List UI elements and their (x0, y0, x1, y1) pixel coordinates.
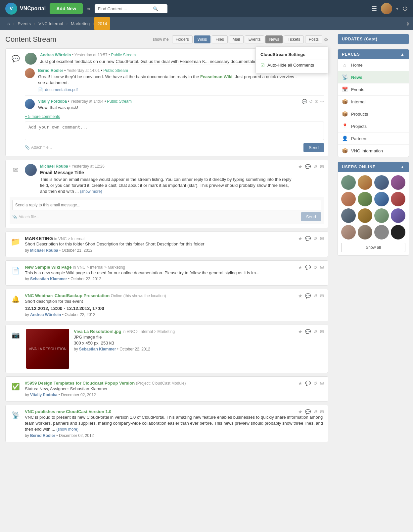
power-icon[interactable]: ⏻ (402, 6, 408, 12)
search-input[interactable] (98, 6, 151, 11)
v-edit-icon[interactable]: ✏ (320, 99, 324, 111)
user-thumb-13[interactable] (341, 225, 356, 239)
breadcrumb-2014[interactable]: 2014 (94, 17, 110, 30)
ticket-star-icon[interactable]: ★ (298, 381, 302, 386)
star-icon[interactable]: ★ (298, 164, 302, 169)
more-comments-link[interactable]: + 5 more comments (25, 114, 60, 119)
sidebar-item-events[interactable]: 📅 Events (338, 83, 409, 96)
user-thumb-1[interactable] (341, 175, 356, 190)
dropdown-auto-hide[interactable]: ☑ Auto-Hide all Comments (256, 60, 328, 71)
doc-link[interactable]: documentation.pdf (45, 87, 78, 92)
news1-title[interactable]: VNC publishes new CloudCast Version 1.0 (25, 409, 112, 414)
user-thumb-12[interactable] (391, 208, 405, 223)
event1-author-link[interactable]: Andrea Wörrlein (30, 312, 61, 317)
folder-mail-icon[interactable]: ✉ (320, 236, 324, 241)
photo-star-icon[interactable]: ★ (298, 329, 302, 334)
ticket-comment-icon[interactable]: 💬 (305, 381, 311, 386)
user-thumb-11[interactable] (374, 208, 389, 223)
event1-title[interactable]: VNC Webinar: CloudBackup Presentation (25, 293, 110, 298)
news-mail-icon[interactable]: ✉ (320, 409, 324, 414)
user-thumb-9[interactable] (341, 208, 356, 223)
folder1-author-link[interactable]: Michael Rouba (30, 248, 58, 253)
menu-icon[interactable]: ☰ (372, 5, 377, 12)
tab-tickets[interactable]: Tickets (284, 35, 304, 43)
user-thumb-14[interactable] (358, 225, 372, 239)
event-mail-icon[interactable]: ✉ (320, 293, 324, 298)
sidebar-item-projects[interactable]: 📍 Projects (338, 120, 409, 133)
email-send-button[interactable]: Send (301, 212, 321, 221)
tab-news[interactable]: News (265, 35, 283, 43)
news1-author-link[interactable]: Bernd Rodler (30, 433, 55, 438)
email1-show-more[interactable]: (show more) (80, 189, 102, 194)
breadcrumb-events[interactable]: Events (14, 17, 34, 30)
user-dropdown-chevron[interactable]: ▾ (396, 6, 398, 11)
news-star-icon[interactable]: ★ (298, 409, 302, 414)
user-thumb-3[interactable] (374, 175, 389, 190)
user-thumb-15[interactable] (374, 225, 389, 239)
ticket-share-icon[interactable]: ↺ (313, 381, 317, 386)
user-thumb-5[interactable] (341, 192, 356, 206)
breadcrumb-marketing[interactable]: Marketing (68, 17, 93, 30)
add-new-button[interactable]: Add New (50, 3, 83, 14)
news-share-icon[interactable]: ↺ (313, 409, 317, 414)
ticket1-author-link[interactable]: Vitaliy Podoba (30, 393, 57, 397)
breadcrumb-vnc-internal[interactable]: VNC Internal (35, 17, 66, 30)
user-thumb-10[interactable] (358, 208, 372, 223)
tab-events[interactable]: Events (245, 35, 264, 43)
event-comment-icon[interactable]: 💬 (305, 293, 311, 298)
folder-share-icon[interactable]: ↺ (313, 236, 317, 241)
wiki1-author-link[interactable]: Sebastian Klammer (30, 277, 67, 281)
send-button[interactable]: Send (303, 143, 324, 152)
event-star-icon[interactable]: ★ (298, 293, 302, 298)
tab-posts[interactable]: Posts (305, 35, 322, 43)
folder-comment-icon[interactable]: 💬 (305, 236, 311, 241)
photo-mail-icon[interactable]: ✉ (320, 329, 324, 334)
user-thumb-6[interactable] (358, 192, 372, 206)
sidebar-item-products[interactable]: 📦 Products (338, 108, 409, 120)
reply-input[interactable] (12, 200, 321, 210)
comment-textarea[interactable] (25, 122, 324, 140)
user-thumb-16[interactable] (391, 225, 405, 239)
v-comment-icon[interactable]: 💬 (302, 99, 307, 111)
sidebar-item-home[interactable]: ⌂ Home (338, 59, 409, 71)
wiki-star-icon[interactable]: ★ (298, 265, 302, 270)
sidebar-item-partners[interactable]: 👤 Partners (338, 133, 409, 145)
breadcrumb-home[interactable]: ⌂ (4, 17, 13, 30)
wiki-mail-icon[interactable]: ✉ (320, 265, 324, 270)
wiki-share-icon[interactable]: ↺ (313, 265, 317, 270)
photo1-author-link[interactable]: Sebastian Klammer (79, 347, 116, 351)
sidebar-item-vnc-info[interactable]: 📦 VNC Information (338, 145, 409, 157)
user-thumb-2[interactable] (358, 175, 372, 190)
event-share-icon[interactable]: ↺ (313, 293, 317, 298)
v-mail-icon[interactable]: ✉ (315, 99, 318, 111)
user-thumb-7[interactable] (374, 192, 389, 206)
mail-icon[interactable]: ✉ (320, 164, 324, 169)
show-all-button[interactable]: Show all (341, 243, 405, 252)
feaselman-link[interactable]: Feaselman Wiki (200, 74, 232, 79)
ticket-mail-icon[interactable]: ✉ (320, 381, 324, 386)
news-comment-icon[interactable]: 💬 (305, 409, 311, 414)
wiki1-title[interactable]: New Sample Wiki Page (25, 265, 72, 270)
places-collapse-icon[interactable]: ▲ (400, 52, 405, 57)
forward-icon[interactable]: ↺ (313, 164, 317, 169)
tab-files[interactable]: Files (212, 35, 227, 43)
sidebar-item-news[interactable]: 📡 News (338, 71, 409, 83)
folder-star-icon[interactable]: ★ (298, 236, 302, 241)
settings-icon[interactable]: ⚙ (324, 37, 328, 42)
tab-wikis[interactable]: Wikis (194, 35, 211, 43)
news1-show-more[interactable]: (show more) (56, 427, 78, 432)
users-collapse-icon[interactable]: ▲ (400, 165, 405, 169)
user-thumb-8[interactable] (391, 192, 405, 206)
wiki-comment-icon[interactable]: 💬 (305, 265, 311, 270)
avatar[interactable] (381, 3, 392, 14)
comment-icon[interactable]: 💬 (305, 164, 311, 169)
photo-comment-icon[interactable]: 💬 (305, 329, 311, 334)
v-share-icon[interactable]: ↺ (309, 99, 313, 111)
ticket1-title[interactable]: #5959 Design Templates for Cloudcast Pop… (25, 381, 135, 386)
photo1-title[interactable]: Viva La Resolution!.jpg (74, 329, 121, 334)
user-thumb-4[interactable] (391, 175, 405, 190)
tab-mail[interactable]: Mail (229, 35, 244, 43)
photo-share-icon[interactable]: ↺ (313, 329, 317, 334)
sidebar-item-internal[interactable]: 📦 Internal (338, 96, 409, 108)
tab-folders[interactable]: Folders (172, 35, 193, 43)
